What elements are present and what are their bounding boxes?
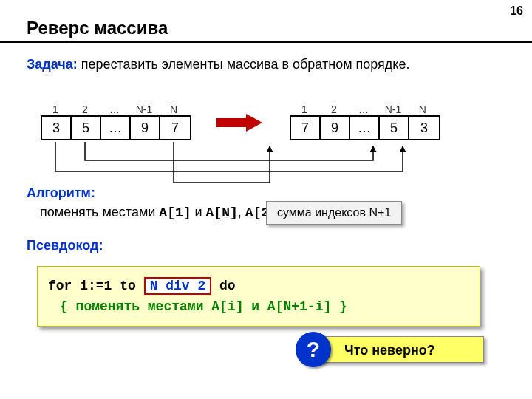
idx: … [349, 103, 378, 115]
cell: 7 [160, 117, 190, 139]
cell: 3 [42, 117, 72, 139]
idx: N-1 [129, 103, 159, 115]
array-left: 1 2 … N-1 N 3 5 … 9 7 [41, 103, 191, 140]
algo-label: Алгоритм: [27, 185, 95, 200]
algo-text: и [191, 205, 206, 219]
slide-number: 16 [510, 4, 523, 18]
code-box: for i:=1 to N div 2 do { поменять местам… [37, 266, 480, 327]
idx: … [100, 103, 129, 115]
pseudo-label: Псевдокод: [27, 238, 103, 253]
array-right: 1 2 … N-1 N 7 9 … 5 3 [290, 103, 440, 140]
cell: 5 [380, 117, 409, 139]
idx: N [159, 103, 188, 115]
title-underline [0, 41, 532, 43]
algo-block: Алгоритм: поменять местами A[1] и A[N], … [27, 183, 499, 222]
swap-arrows [41, 142, 454, 186]
idx: 2 [70, 103, 100, 115]
task-text: переставить элементы массива в обратном … [81, 57, 410, 72]
code-kw: do [211, 279, 235, 293]
idx: N-1 [378, 103, 408, 115]
cell: 5 [72, 117, 101, 139]
idx: 1 [290, 103, 319, 115]
expr: A[1] [159, 205, 191, 220]
algo-text: поменять местами [40, 205, 159, 219]
arrow-icon [216, 114, 264, 132]
arrays: 1 2 … N-1 N 3 5 … 9 7 1 2 … N-1 N 7 9 … … [41, 103, 454, 140]
page-title: Реверс массива [27, 18, 168, 38]
idx: 2 [319, 103, 349, 115]
code-highlight: N div 2 [144, 277, 212, 295]
question-icon: ? [296, 332, 331, 367]
cell: 7 [291, 117, 321, 139]
code-kw: for i:=1 to [48, 279, 144, 293]
task-label: Задача: [27, 57, 78, 72]
callout-sum-indices: сумма индексов N+1 [266, 201, 402, 225]
idx: 1 [41, 103, 70, 115]
wrong-callout: Что неверно? [314, 336, 484, 363]
idx: N [408, 103, 437, 115]
cell: 9 [131, 117, 160, 139]
cell: … [101, 117, 131, 139]
cell: … [350, 117, 380, 139]
cell: 9 [321, 117, 350, 139]
expr: A[N] [206, 205, 238, 220]
task-block: Задача: переставить элементы массива в о… [27, 56, 499, 72]
code-body: { поменять местами A[i] и A[N+1-i] } [48, 296, 469, 317]
cell: 3 [409, 117, 439, 139]
algo-text: , [238, 205, 245, 219]
